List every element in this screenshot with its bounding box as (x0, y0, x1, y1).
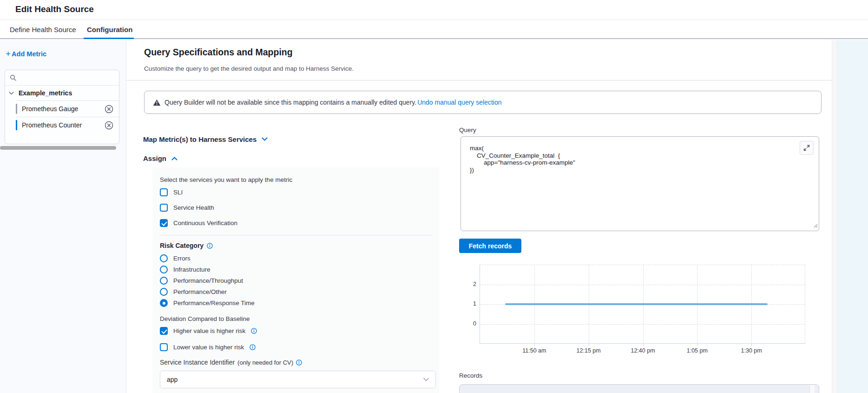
checkbox-icon (160, 204, 168, 212)
radio-errors[interactable]: Errors (160, 254, 191, 262)
metric-accent-bar (16, 120, 17, 130)
radio-label: Performance/Other (173, 288, 227, 295)
chart-y-tick-label: 2 (460, 281, 476, 287)
checkbox-icon (160, 188, 168, 196)
checkbox-higher-value-higher-risk[interactable]: Higher value is higher risk (160, 327, 257, 335)
metric-group-label: Example_metrics (19, 89, 72, 97)
checkbox-continuous-verification[interactable]: Continuous Verification (160, 219, 237, 227)
warning-icon (153, 99, 161, 106)
risk-category-label: Risk Category (160, 242, 213, 249)
checkbox-icon (160, 343, 168, 351)
metric-item-label: Prometheus Counter (22, 121, 105, 129)
radio-performance-response-time[interactable]: Performance/Response Time (160, 299, 255, 307)
assign-label: Assign (143, 154, 166, 162)
checkbox-label: Higher value is higher risk (173, 327, 245, 334)
query-text[interactable]: max( CV_Counter_Example_total { app="har… (470, 145, 575, 173)
info-icon[interactable] (250, 344, 256, 350)
metric-search-input[interactable] (20, 74, 114, 81)
radio-label: Performance/Response Time (173, 300, 255, 306)
warning-text: Query Builder will not be available sinc… (164, 99, 416, 106)
service-instance-identifier-select[interactable]: app (160, 371, 436, 388)
remove-metric-icon[interactable] (105, 121, 113, 130)
query-label: Query (459, 127, 476, 133)
chart-x-tick (643, 344, 644, 346)
sidebar-horizontal-scrollbar[interactable] (0, 146, 116, 150)
expand-icon (803, 144, 810, 152)
checkbox-checked-icon (160, 327, 168, 335)
info-icon[interactable] (251, 328, 257, 334)
records-scrollbar[interactable] (809, 385, 815, 393)
chart-x-tick-label: 12:40 pm (631, 347, 655, 354)
metric-item-prometheus-gauge[interactable]: Prometheus Gauge (16, 100, 119, 117)
radio-label: Performance/Throughput (173, 277, 243, 284)
metric-list-panel: Example_metrics Prometheus Gauge Prometh… (5, 70, 119, 144)
chart-series-line (480, 265, 806, 344)
tab-bar: Define Health Source Configuration (0, 20, 868, 39)
map-metrics-section-toggle[interactable]: Map Metric(s) to Harness Services (143, 135, 268, 143)
remove-metric-icon[interactable] (105, 105, 113, 113)
checkbox-sli[interactable]: SLI (160, 188, 183, 196)
checkbox-label: Continuous Verification (173, 220, 237, 226)
query-builder-warning-banner: Query Builder will not be available sinc… (144, 91, 822, 114)
risk-category-text: Risk Category (160, 242, 204, 249)
fetch-records-button[interactable]: Fetch records (459, 239, 521, 253)
info-icon[interactable] (296, 360, 302, 366)
query-editor[interactable]: max( CV_Counter_Example_total { app="har… (460, 136, 819, 231)
chart-x-tick-label: 1:30 pm (741, 347, 762, 354)
service-instance-identifier-label: Service Instance Identifier (only needed… (160, 359, 302, 366)
info-icon[interactable] (207, 243, 213, 249)
metric-accent-bar (16, 104, 17, 114)
checkbox-label: Lower value is higher risk (173, 344, 244, 351)
services-prompt: Select the services you want to apply th… (160, 176, 292, 183)
divider (126, 80, 832, 80)
metric-item-label: Prometheus Gauge (22, 105, 105, 113)
chart-x-tick (751, 344, 752, 346)
map-metrics-label: Map Metric(s) to Harness Services (143, 135, 256, 143)
resize-handle[interactable] (813, 221, 818, 230)
records-label: Records (459, 372, 482, 379)
radio-performance-throughput[interactable]: Performance/Throughput (160, 277, 243, 285)
chevron-down-icon (423, 378, 429, 381)
edit-health-source-drawer: Edit Health Source Define Health Source … (0, 0, 868, 393)
checkbox-lower-value-higher-risk[interactable]: Lower value is higher risk (160, 343, 256, 351)
chart-y-tick-label: 0 (460, 320, 476, 327)
assign-panel: Select the services you want to apply th… (152, 167, 439, 393)
tab-define-health-source[interactable]: Define Health Source (10, 20, 76, 38)
radio-selected-icon (160, 299, 168, 307)
radio-label: Infrastructure (173, 266, 210, 273)
metric-item-prometheus-counter[interactable]: Prometheus Counter (16, 117, 119, 133)
checkbox-label: SLI (173, 189, 183, 196)
active-tab-indicator (84, 38, 134, 39)
add-metric-button[interactable]: + Add Metric (6, 50, 46, 58)
sii-select-value: app (167, 376, 423, 383)
chart-x-tick-label: 12:15 pm (577, 347, 601, 354)
tab-configuration[interactable]: Configuration (87, 20, 132, 38)
radio-icon (160, 266, 168, 273)
section-heading: Query Specifications and Mapping (144, 47, 293, 58)
chart-x-tick-label: 11:50 am (522, 347, 546, 354)
expand-query-button[interactable] (800, 141, 814, 155)
main-vertical-scrollbar[interactable] (832, 40, 837, 393)
chart-x-tick (534, 344, 535, 346)
radio-performance-other[interactable]: Performance/Other (160, 288, 227, 296)
checkbox-label: Service Health (173, 204, 214, 211)
divider (160, 235, 432, 235)
chevron-up-icon (171, 156, 178, 160)
radio-icon (160, 254, 168, 262)
chart-x-tick-label: 1:05 pm (687, 347, 708, 354)
chart-x-tick (697, 344, 697, 346)
assign-section-toggle[interactable]: Assign (143, 154, 178, 162)
radio-infrastructure[interactable]: Infrastructure (160, 266, 210, 273)
metric-group-row[interactable]: Example_metrics (5, 86, 119, 100)
chevron-down-icon (9, 92, 14, 95)
checkbox-service-health[interactable]: Service Health (160, 204, 214, 212)
sii-note-text: (only needed for CV) (237, 359, 293, 366)
section-subheading: Customize the query to get the desired o… (144, 65, 354, 72)
add-metric-label: Add Metric (12, 50, 46, 58)
undo-manual-query-link[interactable]: Undo manual query selection (417, 99, 501, 106)
radio-icon (160, 277, 168, 285)
metric-search-row (5, 70, 119, 86)
records-panel (459, 384, 819, 393)
deviation-label: Deviation Compared to Baseline (160, 315, 250, 322)
radio-icon (160, 288, 168, 296)
